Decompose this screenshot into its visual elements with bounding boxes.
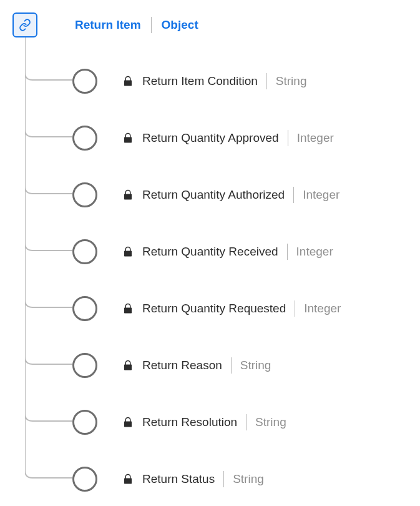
lock-icon — [122, 189, 134, 201]
lock-icon — [122, 303, 134, 314]
root-node[interactable]: Return Item Object — [12, 12, 408, 37]
field-name: Return Quantity Received — [142, 245, 278, 259]
field-content: Return ResolutionString — [122, 414, 286, 430]
field-type: String — [233, 472, 264, 486]
connector-line — [25, 379, 72, 435]
root-label-group: Return Item Object — [75, 17, 198, 33]
divider — [151, 17, 152, 33]
field-type: Integer — [297, 131, 334, 145]
field-name: Return Reason — [142, 359, 222, 372]
field-node-circle — [72, 296, 97, 321]
divider — [223, 471, 224, 487]
field-content: Return Quantity ApprovedInteger — [122, 130, 334, 146]
schema-tree: Return Item Object Return Item Condition… — [12, 12, 408, 492]
connector-line — [25, 151, 72, 208]
field-node-circle — [72, 69, 97, 94]
root-name: Return Item — [75, 18, 141, 32]
field-type: String — [240, 359, 271, 372]
divider — [266, 73, 267, 89]
lock-icon — [122, 132, 134, 144]
field-content: Return Quantity ReceivedInteger — [122, 244, 333, 260]
field-node-circle — [72, 182, 97, 207]
lock-icon — [122, 474, 134, 485]
children-list: Return Item ConditionStringReturn Quanti… — [12, 37, 408, 492]
lock-icon — [122, 417, 134, 428]
schema-field-row[interactable]: Return StatusString — [12, 435, 408, 492]
connector-line — [25, 435, 72, 492]
divider — [293, 187, 294, 203]
field-name: Return Quantity Approved — [142, 131, 279, 145]
field-name: Return Status — [142, 472, 215, 486]
schema-field-row[interactable]: Return Quantity AuthorizedInteger — [12, 151, 408, 208]
divider — [231, 357, 232, 374]
link-icon — [19, 19, 31, 31]
connector-line — [25, 322, 72, 379]
field-node-circle — [72, 239, 97, 264]
divider — [287, 244, 288, 260]
field-type: Integer — [296, 245, 333, 259]
connector-line — [25, 37, 72, 94]
field-node-circle — [72, 353, 97, 378]
field-name: Return Quantity Authorized — [142, 188, 285, 202]
schema-field-row[interactable]: Return ReasonString — [12, 322, 408, 379]
schema-field-row[interactable]: Return Quantity RequestedInteger — [12, 265, 408, 322]
field-type: Integer — [303, 188, 339, 202]
root-type: Object — [162, 18, 198, 32]
lock-icon — [122, 360, 134, 371]
field-type: Integer — [304, 302, 341, 315]
field-node-circle — [72, 126, 97, 151]
field-type: String — [276, 74, 307, 88]
schema-field-row[interactable]: Return Quantity ApprovedInteger — [12, 94, 408, 151]
link-icon-box — [12, 12, 37, 37]
field-content: Return StatusString — [122, 471, 264, 487]
field-type: String — [255, 415, 286, 429]
connector-line — [25, 94, 72, 151]
field-name: Return Item Condition — [142, 74, 258, 88]
field-content: Return Item ConditionString — [122, 73, 306, 89]
divider — [288, 130, 288, 146]
lock-icon — [122, 76, 134, 87]
connector-line — [25, 265, 72, 322]
field-content: Return Quantity AuthorizedInteger — [122, 187, 339, 203]
field-name: Return Resolution — [142, 415, 237, 429]
schema-field-row[interactable]: Return Quantity ReceivedInteger — [12, 208, 408, 265]
field-content: Return Quantity RequestedInteger — [122, 300, 341, 317]
schema-field-row[interactable]: Return ResolutionString — [12, 379, 408, 435]
schema-field-row[interactable]: Return Item ConditionString — [12, 37, 408, 94]
field-name: Return Quantity Requested — [142, 302, 286, 315]
divider — [295, 300, 295, 317]
field-node-circle — [72, 410, 97, 435]
divider — [246, 414, 247, 430]
lock-icon — [122, 246, 134, 257]
connector-line — [25, 208, 72, 265]
field-node-circle — [72, 467, 97, 492]
field-content: Return ReasonString — [122, 357, 271, 374]
